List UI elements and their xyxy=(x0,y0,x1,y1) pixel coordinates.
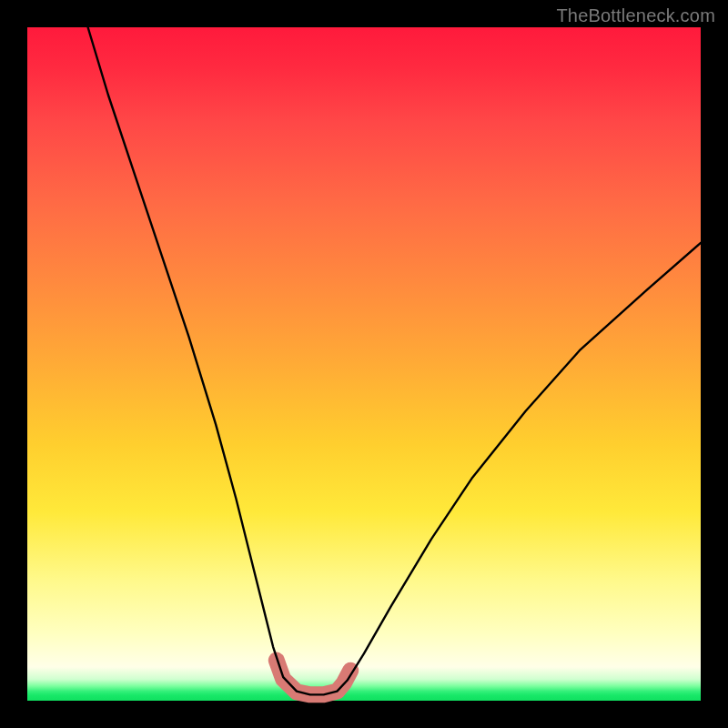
plot-area xyxy=(27,27,701,701)
chart-frame: TheBottleneck.com xyxy=(0,0,728,728)
watermark-text: TheBottleneck.com xyxy=(556,5,715,26)
curve-layer xyxy=(27,27,701,701)
bottleneck-curve xyxy=(88,27,701,694)
